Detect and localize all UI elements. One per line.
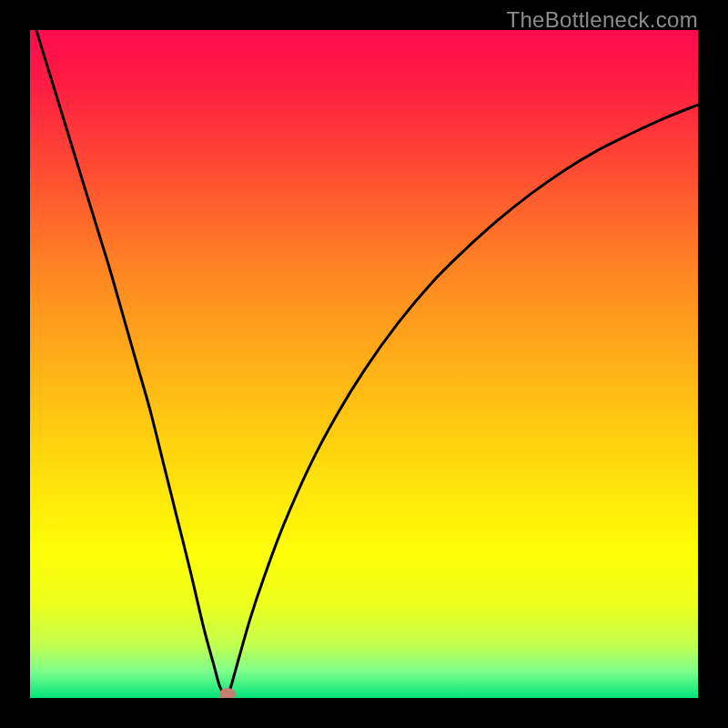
chart-frame: TheBottleneck.com bbox=[0, 0, 728, 728]
chart-svg bbox=[30, 30, 698, 698]
gradient-background bbox=[30, 30, 698, 698]
plot-area bbox=[30, 30, 698, 698]
optimal-point-marker bbox=[219, 688, 236, 698]
watermark-text: TheBottleneck.com bbox=[506, 7, 698, 33]
